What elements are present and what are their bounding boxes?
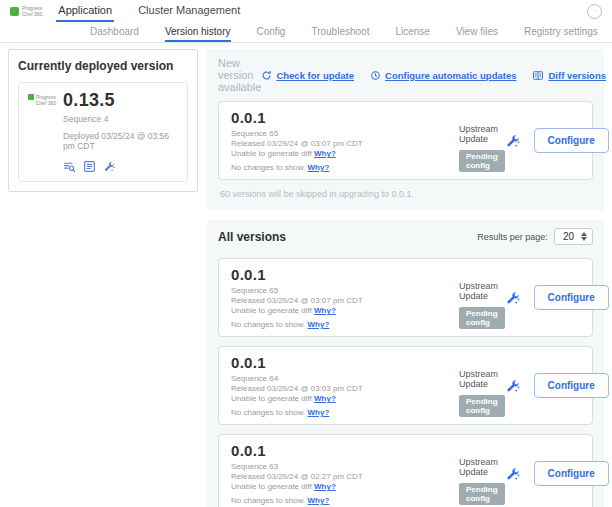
version-released: Released 03/29/24 @ 03:03 pm CDT <box>231 384 459 394</box>
upstream-update-label: Upstream Update <box>459 457 505 477</box>
tab-license[interactable]: License <box>395 22 429 42</box>
tab-config[interactable]: Config <box>257 22 286 42</box>
why-link[interactable]: Why? <box>314 394 336 403</box>
pending-config-badge: Pending config <box>459 150 505 172</box>
logo-text: Progress Chef 360 <box>22 5 42 17</box>
configure-button[interactable]: Configure <box>534 373 609 398</box>
upstream-update-label: Upstream Update <box>459 281 505 301</box>
why-link[interactable]: Why? <box>308 163 330 172</box>
pending-config-badge: Pending config <box>459 307 505 329</box>
changes-status: No changes to show. Why? <box>231 408 459 417</box>
diff-status: Unable to generate diff Why? <box>231 394 459 404</box>
new-version-header: New version available <box>218 57 261 93</box>
configure-automatic-updates-link[interactable]: Configure automatic updates <box>370 70 516 81</box>
version-released: Released 03/29/24 @ 03:07 pm CDT <box>231 139 459 149</box>
version-row: 0.0.1 Sequence 64 Released 03/29/24 @ 03… <box>218 346 593 425</box>
tab-cluster-management[interactable]: Cluster Management <box>136 0 242 22</box>
version-sequence: Sequence 63 <box>231 462 459 472</box>
version-row: 0.0.1 Sequence 63 Released 03/29/24 @ 02… <box>218 434 593 507</box>
results-per-page-select[interactable]: 20 <box>554 228 593 245</box>
new-version-card: 0.0.1 Sequence 65 Released 03/29/24 @ 03… <box>218 101 593 180</box>
changes-status: No changes to show. Why? <box>231 496 459 505</box>
view-diff-icon[interactable] <box>63 160 76 173</box>
configure-button[interactable]: Configure <box>534 461 609 486</box>
preflight-wrench-icon[interactable] <box>505 290 521 306</box>
currently-deployed-panel: Currently deployed version Progress Chef… <box>8 49 198 192</box>
tab-application[interactable]: Application <box>56 0 114 22</box>
app-brand: Progress Chef 360 <box>28 91 56 173</box>
refresh-icon <box>261 70 272 81</box>
version-history-main: New version available Check for update C… <box>207 49 604 507</box>
results-per-page-label: Results per page: <box>477 232 548 242</box>
check-for-update-link[interactable]: Check for update <box>261 70 354 81</box>
why-link[interactable]: Why? <box>308 408 330 417</box>
deployed-version-number: 0.13.5 <box>63 91 178 110</box>
diff-versions-link[interactable]: Diff versions <box>532 70 606 81</box>
diff-status: Unable to generate diff Why? <box>231 482 459 492</box>
changes-status: No changes to show. Why? <box>231 320 459 329</box>
admin-console-page: Progress Chef 360 Application Cluster Ma… <box>0 0 612 507</box>
configure-button[interactable]: Configure <box>534 285 609 310</box>
diff-status: Unable to generate diff Why? <box>231 306 459 316</box>
version-released: Released 03/29/24 @ 02:27 pm CDT <box>231 472 459 482</box>
all-versions-panel: All versions Results per page: 20 0.0.1 … <box>207 220 604 507</box>
why-link[interactable]: Why? <box>308 496 330 505</box>
tab-version-history[interactable]: Version history <box>165 22 231 42</box>
upstream-update-label: Upstream Update <box>459 369 505 389</box>
tab-view-files[interactable]: View files <box>456 22 498 42</box>
why-link[interactable]: Why? <box>314 482 336 491</box>
version-sequence: Sequence 65 <box>231 286 459 296</box>
preflight-wrench-icon[interactable] <box>505 466 521 482</box>
preflight-wrench-icon[interactable] <box>505 378 521 394</box>
primary-nav: Progress Chef 360 Application Cluster Ma… <box>0 0 612 22</box>
version-released: Released 03/29/24 @ 03:07 pm CDT <box>231 296 459 306</box>
version-actions: Check for update Configure automatic upd… <box>261 70 606 81</box>
circle-ellipsis-icon[interactable]: ··· <box>587 4 602 19</box>
currently-deployed-title: Currently deployed version <box>18 59 188 73</box>
deployed-timestamp: Deployed 03/25/24 @ 03:56 pm CDT <box>63 131 178 151</box>
tab-dashboard[interactable]: Dashboard <box>90 22 139 42</box>
primary-tabs: Application Cluster Management <box>56 0 242 22</box>
preflight-wrench-icon[interactable] <box>103 160 116 173</box>
version-number: 0.0.1 <box>231 109 459 127</box>
results-per-page: Results per page: 20 <box>477 228 593 245</box>
why-link[interactable]: Why? <box>314 306 336 315</box>
skip-notice: 60 versions will be skipped in upgrading… <box>218 180 593 202</box>
changes-status: No changes to show. Why? <box>231 163 459 172</box>
version-number: 0.0.1 <box>231 266 459 284</box>
pending-config-badge: Pending config <box>459 483 505 505</box>
edit-config-icon[interactable] <box>83 160 96 173</box>
stepper-arrows-icon <box>581 232 587 241</box>
deployed-sequence: Sequence 4 <box>63 114 178 124</box>
diff-status: Unable to generate diff Why? <box>231 149 459 159</box>
brand-icon <box>28 94 34 100</box>
tab-registry-settings[interactable]: Registry settings <box>524 22 598 42</box>
secondary-nav: Dashboard Version history Config Trouble… <box>0 22 612 43</box>
new-version-panel: New version available Check for update C… <box>207 49 604 210</box>
schedule-icon <box>370 70 381 81</box>
version-sequence: Sequence 65 <box>231 129 459 139</box>
content-area: Currently deployed version Progress Chef… <box>0 43 612 507</box>
pending-config-badge: Pending config <box>459 395 505 417</box>
deployed-version-card: Progress Chef 360 0.13.5 Sequence 4 Depl… <box>18 82 188 182</box>
diff-icon <box>532 70 544 81</box>
upstream-update-label: Upstream Update <box>459 124 505 144</box>
version-sequence: Sequence 64 <box>231 374 459 384</box>
all-versions-title: All versions <box>218 230 286 244</box>
why-link[interactable]: Why? <box>314 149 336 158</box>
configure-button[interactable]: Configure <box>534 128 609 153</box>
logo-icon <box>10 7 19 16</box>
why-link[interactable]: Why? <box>308 320 330 329</box>
tab-troubleshoot[interactable]: Troubleshoot <box>311 22 369 42</box>
app-logo: Progress Chef 360 <box>10 0 42 22</box>
version-number: 0.0.1 <box>231 354 459 372</box>
version-number: 0.0.1 <box>231 442 459 460</box>
preflight-wrench-icon[interactable] <box>505 133 521 149</box>
version-row: 0.0.1 Sequence 65 Released 03/29/24 @ 03… <box>218 258 593 337</box>
